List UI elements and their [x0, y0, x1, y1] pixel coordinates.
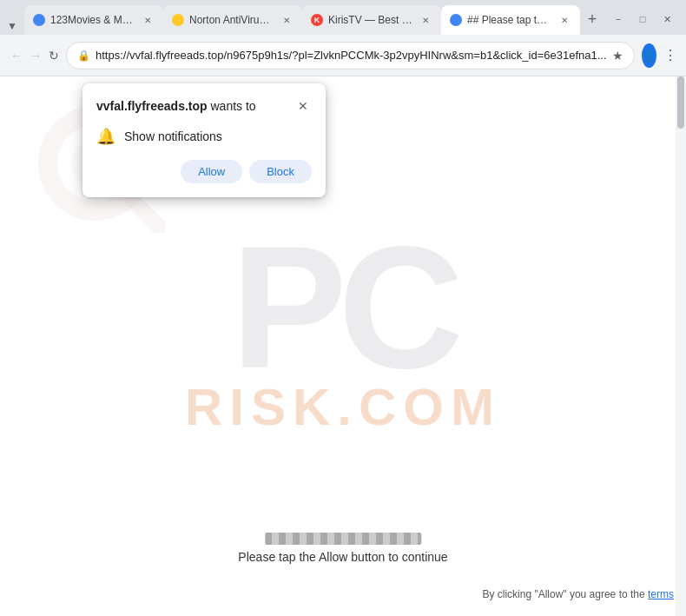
- svg-line-1: [132, 200, 161, 229]
- maximize-button[interactable]: □: [630, 7, 655, 31]
- notification-popup: vvfal.flyfreeads.top wants to ✕ 🔔 Show n…: [82, 83, 326, 197]
- bell-icon: 🔔: [96, 127, 115, 146]
- tab-kiristv[interactable]: K KirisTV — Best W... ✕: [302, 5, 441, 35]
- refresh-button[interactable]: ↻: [49, 43, 59, 68]
- tab-close-123movies[interactable]: ✕: [141, 13, 155, 27]
- popup-buttons: Allow Block: [96, 160, 312, 183]
- address-text: https://vvfal.flyfreeads.top/n9675p9h1s/…: [96, 49, 607, 62]
- scrollbar-thumb[interactable]: [677, 76, 684, 129]
- scrollbar[interactable]: [676, 76, 686, 616]
- tab-favicon-norton: [172, 14, 184, 26]
- loading-text: Please tap the Allow button to continue: [238, 550, 447, 564]
- tab-norton[interactable]: Norton AntiVirus ... ✕: [163, 5, 302, 35]
- window-controls: − □ ✕: [606, 7, 686, 35]
- terms-link[interactable]: terms: [648, 588, 674, 600]
- address-bar: ← → ↻ 🔒 https://vvfal.flyfreeads.top/n96…: [0, 35, 686, 76]
- tab-label-kiristv: KirisTV — Best W...: [328, 14, 413, 26]
- minimize-button[interactable]: −: [606, 7, 630, 31]
- popup-title: vvfal.flyfreeads.top wants to: [96, 99, 256, 113]
- popup-domain: vvfal.flyfreeads.top: [96, 99, 208, 113]
- tab-close-active[interactable]: ✕: [557, 13, 571, 27]
- close-button[interactable]: ✕: [655, 7, 679, 31]
- loading-bar: [265, 533, 421, 545]
- new-tab-button[interactable]: +: [580, 7, 604, 31]
- allow-button[interactable]: Allow: [181, 160, 242, 183]
- popup-close-button[interactable]: ✕: [294, 97, 312, 115]
- tab-label-123movies: 123Movies & Mo...: [50, 14, 135, 26]
- tab-label-active: ## Please tap the...: [467, 14, 552, 26]
- tab-favicon-123movies: [33, 14, 45, 26]
- bottom-terms-text: By clicking "Allow" you agree to the ter…: [482, 588, 674, 600]
- address-input-wrap[interactable]: 🔒 https://vvfal.flyfreeads.top/n9675p9h1…: [66, 42, 635, 70]
- menu-button[interactable]: ⋮: [663, 43, 677, 68]
- popup-notification-item: 🔔 Show notifications: [96, 127, 312, 146]
- loading-area: Please tap the Allow button to continue: [238, 533, 447, 564]
- tab-label-norton: Norton AntiVirus ...: [189, 14, 274, 26]
- tab-bar-left: ▼: [0, 17, 24, 35]
- block-button[interactable]: Block: [249, 160, 312, 183]
- tab-favicon-kiristv: K: [311, 14, 323, 26]
- page-content: PC RISK.COM Please tap the Allow button …: [0, 76, 686, 616]
- popup-header: vvfal.flyfreeads.top wants to ✕: [96, 97, 312, 115]
- risk-watermark-text: RISK.COM: [185, 377, 501, 437]
- tab-close-kiristv[interactable]: ✕: [419, 13, 432, 27]
- browser-window: ▼ 123Movies & Mo... ✕ Norton AntiVirus .…: [0, 0, 686, 616]
- tab-123movies[interactable]: 123Movies & Mo... ✕: [24, 5, 163, 35]
- tab-active[interactable]: ## Please tap the... ✕: [441, 5, 580, 35]
- tab-list-button[interactable]: ▼: [3, 17, 21, 35]
- bottom-text-prefix: By clicking "Allow" you agree to the: [482, 588, 648, 600]
- back-button[interactable]: ←: [10, 43, 23, 68]
- tab-favicon-active: [450, 14, 462, 26]
- bookmark-star-icon[interactable]: ★: [612, 49, 623, 63]
- tab-bar: ▼ 123Movies & Mo... ✕ Norton AntiVirus .…: [0, 0, 686, 35]
- popup-title-suffix: wants to: [208, 99, 256, 113]
- popup-notification-label: Show notifications: [124, 129, 222, 143]
- pc-watermark-text: PC: [231, 221, 455, 394]
- forward-button[interactable]: →: [30, 43, 42, 68]
- secure-icon: 🔒: [77, 50, 90, 62]
- profile-button[interactable]: 👤: [642, 43, 656, 68]
- tab-close-norton[interactable]: ✕: [280, 13, 294, 27]
